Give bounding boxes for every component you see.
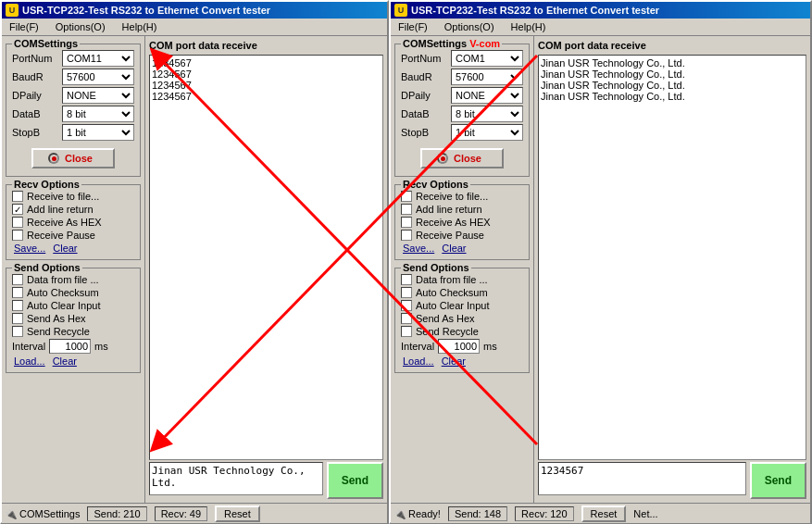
recv-options-group-2: Recv Options Receive to file... Add line…	[394, 184, 530, 260]
interval-input-2[interactable]	[438, 339, 480, 354]
stopb-label-1: StopB	[12, 127, 58, 138]
portnum-select-1[interactable]: COM11	[62, 50, 134, 67]
recv-opt-label-0-2: Receive to file...	[416, 191, 488, 202]
send-cb-3-2[interactable]	[401, 313, 412, 324]
send-cb-4-1[interactable]	[12, 326, 23, 337]
data-line-2-1: 1234567	[152, 80, 381, 91]
send-opt-label-3-2: Send As Hex	[416, 313, 475, 324]
baudr-select-2[interactable]: 57600	[451, 69, 523, 85]
send-cb-0-1[interactable]	[12, 274, 23, 285]
close-button-1[interactable]: Close	[31, 148, 115, 168]
recv-cb-2-1[interactable]	[12, 217, 23, 228]
load-clear-row-2: Load... Clear	[401, 356, 523, 367]
menu-help-1[interactable]: Help(H)	[119, 20, 161, 33]
recv-cb-3-1[interactable]	[12, 230, 23, 241]
send-button-2[interactable]: Send	[750, 462, 806, 499]
recv-opt-label-2-2: Receive As HEX	[416, 217, 491, 228]
dpaily-row-2: DPaily NONE	[401, 87, 523, 104]
send-opt-row-0-2: Data from file ...	[401, 274, 523, 285]
data-line-0-1: 1234567	[152, 57, 381, 69]
datab-label-1: DataB	[12, 108, 58, 119]
recv-cb-1-1[interactable]	[12, 204, 23, 215]
interval-input-1[interactable]	[49, 339, 91, 354]
menu-help-2[interactable]: Help(H)	[507, 20, 550, 33]
menu-file-2[interactable]: File(F)	[394, 20, 431, 33]
recv-cb-1-2[interactable]	[401, 204, 412, 215]
send-cb-4-2[interactable]	[401, 326, 412, 337]
save-button-1[interactable]: Save...	[14, 243, 45, 254]
interval-unit-2: ms	[483, 341, 497, 352]
content-row-2: COMSettings V-com PortNum COM1 BaudR 576…	[391, 36, 810, 503]
send-opt-row-4-2: Send Recycle	[401, 326, 523, 337]
recv-opt-label-3-1: Receive Pause	[27, 230, 95, 241]
dpaily-select-2[interactable]: NONE	[451, 87, 523, 104]
right-panel-2: COM port data receive Jinan USR Technolo…	[534, 36, 810, 503]
right-panel-1: COM port data receive 1234567 1234567 12…	[145, 36, 387, 503]
recv-options-title-2: Recv Options	[401, 179, 470, 190]
send-cb-2-2[interactable]	[401, 300, 412, 311]
clear-recv-button-2[interactable]: Clear	[442, 243, 466, 254]
clear-send-button-1[interactable]: Clear	[53, 356, 77, 367]
send-cb-3-1[interactable]	[12, 313, 23, 324]
recv-cb-2-2[interactable]	[401, 217, 412, 228]
recv-cb-0-1[interactable]	[12, 191, 23, 202]
recv-opt-row-0-1: Receive to file...	[12, 191, 134, 202]
dpaily-select-1[interactable]: NONE	[62, 87, 134, 104]
menu-bar-2: File(F) Options(O) Help(H)	[391, 19, 810, 36]
com-settings-group-1: COMSettings PortNum COM11 BaudR 57600	[6, 44, 141, 177]
data-area-1[interactable]: 1234567 1234567 1234567 1234567	[149, 55, 383, 460]
reset-button-1[interactable]: Reset	[215, 505, 260, 522]
load-button-1[interactable]: Load...	[14, 356, 45, 367]
send-opt-label-2-2: Auto Clear Input	[416, 300, 490, 311]
send-options-title-2: Send Options	[401, 262, 471, 273]
left-panel-2: COMSettings V-com PortNum COM1 BaudR 576…	[391, 36, 534, 503]
send-input-1[interactable]: Jinan USR Technology Co., Ltd.	[149, 462, 323, 495]
datab-select-1[interactable]: 8 bit	[62, 106, 134, 122]
send-row-2: 1234567 Send	[538, 462, 806, 499]
data-line-1-1: 1234567	[152, 69, 381, 80]
send-cb-1-1[interactable]	[12, 287, 23, 298]
clear-send-button-2[interactable]: Clear	[442, 356, 466, 367]
close-radio-2	[437, 153, 448, 164]
send-opt-row-1-1: Auto Checksum	[12, 287, 134, 298]
menu-file-1[interactable]: File(F)	[6, 20, 43, 33]
status-bar-2: 🔌 Ready! Send: 148 Recv: 120 Reset Net..…	[391, 503, 810, 523]
recv-opt-row-3-1: Receive Pause	[12, 230, 134, 241]
data-line-3-2: Jinan USR Technology Co., Ltd.	[541, 91, 804, 102]
window1-body: COMSettings PortNum COM11 BaudR 57600	[2, 36, 387, 523]
datab-select-2[interactable]: 8 bit	[451, 106, 523, 122]
portnum-label-2: PortNum	[401, 53, 447, 64]
recv-options-title-1: Recv Options	[12, 179, 81, 190]
recv-options-group-1: Recv Options Receive to file... Add line…	[6, 184, 141, 260]
send-opt-row-3-2: Send As Hex	[401, 313, 523, 324]
recv-opt-label-2-1: Receive As HEX	[27, 217, 102, 228]
send-cb-0-2[interactable]	[401, 274, 412, 285]
portnum-select-2[interactable]: COM1	[451, 50, 523, 67]
menu-options-1[interactable]: Options(O)	[52, 20, 109, 33]
port-data-label-1: COM port data receive	[149, 40, 383, 51]
data-line-1-2: Jinan USR Technology Co., Ltd.	[541, 69, 804, 80]
recv-opt-label-3-2: Receive Pause	[416, 230, 484, 241]
reset-button-2[interactable]: Reset	[581, 505, 627, 522]
recv-cb-0-2[interactable]	[401, 191, 412, 202]
send-input-2[interactable]: 1234567	[538, 462, 746, 495]
baudr-row-1: BaudR 57600	[12, 69, 134, 85]
send-button-1[interactable]: Send	[327, 462, 383, 499]
portnum-row-1: PortNum COM11	[12, 50, 134, 67]
stopb-select-2[interactable]: 1 bit	[451, 124, 523, 141]
stopb-select-1[interactable]: 1 bit	[62, 124, 134, 141]
port-data-label-2: COM port data receive	[538, 40, 806, 51]
load-button-2[interactable]: Load...	[403, 356, 434, 367]
content-row-1: COMSettings PortNum COM11 BaudR 57600	[2, 36, 387, 503]
save-button-2[interactable]: Save...	[403, 243, 434, 254]
recv-cb-3-2[interactable]	[401, 230, 412, 241]
send-cb-1-2[interactable]	[401, 287, 412, 298]
baudr-select-1[interactable]: 57600	[62, 69, 134, 85]
window2-title: USR-TCP232-Test RS232 to Ethernet Conver…	[411, 5, 659, 16]
send-cb-2-1[interactable]	[12, 300, 23, 311]
menu-options-2[interactable]: Options(O)	[441, 20, 498, 33]
data-area-2[interactable]: Jinan USR Technology Co., Ltd. Jinan USR…	[538, 55, 806, 460]
close-button-2[interactable]: Close	[420, 148, 504, 168]
clear-recv-button-1[interactable]: Clear	[53, 243, 77, 254]
title-bar-1: U USR-TCP232-Test RS232 to Ethernet Conv…	[2, 2, 387, 19]
